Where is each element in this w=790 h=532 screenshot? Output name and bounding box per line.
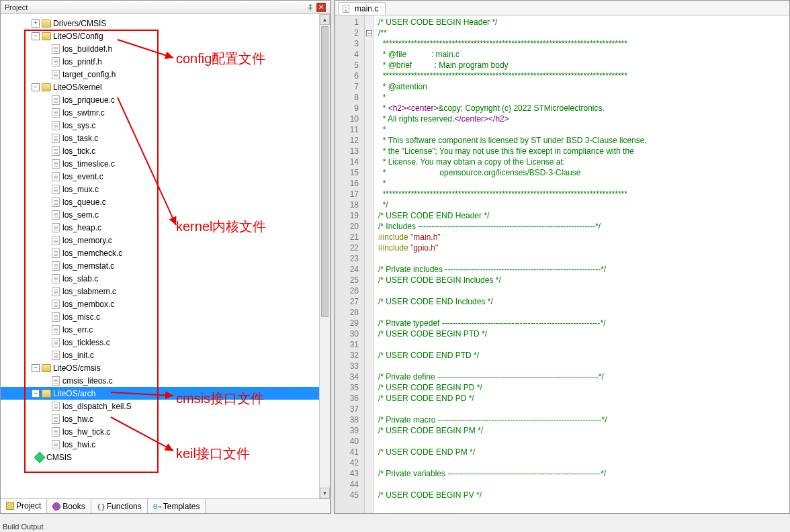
tab-functions[interactable]: {}Functions	[91, 499, 148, 513]
line-gutter: 12345 678910 1112131415 1617181920 21222…	[335, 15, 365, 513]
expand-icon[interactable]: +	[32, 19, 40, 28]
file-icon	[52, 414, 60, 424]
editor-tab-main[interactable]: main.c	[338, 2, 386, 15]
project-panel: Project ✕ +Drivers/CMSIS −LiteOS/Config …	[0, 0, 331, 514]
tab-templates[interactable]: 0→Templates	[148, 499, 206, 513]
tree-file[interactable]: los_heap.c	[1, 221, 330, 234]
tree-file[interactable]: los_timeslice.c	[1, 157, 330, 170]
books-icon	[52, 502, 60, 511]
file-icon	[52, 185, 60, 194]
tree-file[interactable]: los_hw_tick.c	[1, 425, 330, 438]
tree-file[interactable]: los_sys.c	[1, 119, 330, 132]
tree-file[interactable]: los_mux.c	[1, 183, 330, 195]
file-icon	[52, 402, 60, 411]
editor-panel: main.c 12345 678910 1112131415 161718192…	[335, 0, 790, 514]
file-icon	[52, 108, 60, 118]
file-icon	[52, 197, 60, 207]
file-icon	[52, 440, 60, 449]
tree-folder-liteos-kernel[interactable]: −LiteOS/kernel	[1, 81, 330, 93]
tree-file[interactable]: los_event.c	[1, 170, 330, 183]
panel-header: Project ✕	[1, 1, 330, 14]
tree-file[interactable]: los_tickless.c	[1, 336, 330, 349]
pin-icon[interactable]	[306, 3, 315, 12]
tree-file[interactable]: los_err.c	[1, 323, 330, 336]
tree-file[interactable]: los_dispatch_keil.S	[1, 400, 330, 412]
file-icon	[343, 5, 349, 13]
folder-icon	[42, 19, 51, 28]
tree-file[interactable]: los_printf.h	[1, 55, 330, 68]
file-icon	[52, 236, 60, 245]
tab-project[interactable]: Project	[1, 499, 47, 513]
file-icon	[52, 210, 60, 220]
file-icon	[52, 287, 60, 296]
code-editor[interactable]: 12345 678910 1112131415 1617181920 21222…	[335, 15, 789, 513]
tree-folder-liteos-config[interactable]: −LiteOS/Config	[1, 30, 330, 42]
folder-icon	[42, 83, 51, 91]
file-icon	[52, 70, 60, 79]
collapse-icon[interactable]: −	[32, 83, 40, 91]
tree-file[interactable]: los_sem.c	[1, 208, 330, 221]
tree-file[interactable]: los_queue.c	[1, 195, 330, 208]
scroll-down-icon[interactable]: ▼	[320, 488, 330, 498]
file-icon	[52, 427, 60, 437]
tree-file[interactable]: los_priqueue.c	[1, 93, 330, 106]
tree-file[interactable]: los_task.c	[1, 132, 330, 144]
tree-folder-cmsis[interactable]: CMSIS	[1, 451, 330, 463]
tree-file[interactable]: los_tick.c	[1, 144, 330, 157]
panel-bottom-tabs: Project Books {}Functions 0→Templates	[1, 498, 330, 513]
tree-file[interactable]: los_membox.c	[1, 298, 330, 310]
project-tree[interactable]: +Drivers/CMSIS −LiteOS/Config los_buildd…	[1, 14, 330, 498]
file-icon	[52, 172, 60, 181]
tree-folder-liteos-cmsis[interactable]: −LiteOS/cmsis	[1, 361, 330, 374]
file-icon	[52, 338, 60, 347]
collapse-icon[interactable]: −	[32, 32, 40, 40]
tree-file[interactable]: los_hw.c	[1, 412, 330, 425]
tree-scrollbar[interactable]: ▲ ▼	[319, 14, 330, 498]
file-icon	[52, 95, 60, 105]
project-icon	[6, 502, 14, 510]
tree-file[interactable]: los_memstat.c	[1, 259, 330, 272]
file-icon	[52, 376, 60, 386]
collapse-icon[interactable]: −	[32, 390, 40, 398]
functions-icon: {}	[97, 502, 105, 511]
tree-file[interactable]: los_swtmr.c	[1, 106, 330, 119]
tree-file[interactable]: los_misc.c	[1, 310, 330, 323]
tree-folder-drivers-cmsis[interactable]: +Drivers/CMSIS	[1, 17, 330, 30]
tree-file[interactable]: los_hwi.c	[1, 438, 330, 451]
file-icon	[52, 325, 60, 335]
tree-file[interactable]: target_config.h	[1, 68, 330, 81]
scroll-thumb[interactable]	[321, 26, 328, 317]
editor-tabs: main.c	[335, 1, 789, 15]
tree-file[interactable]: los_slab.c	[1, 272, 330, 285]
scroll-up-icon[interactable]: ▲	[320, 14, 330, 25]
tree-file[interactable]: los_slabmem.c	[1, 285, 330, 298]
folder-icon	[42, 32, 51, 40]
tab-books[interactable]: Books	[47, 499, 91, 513]
file-icon	[52, 300, 60, 309]
tree-file[interactable]: los_builddef.h	[1, 42, 330, 55]
close-icon[interactable]: ✕	[316, 3, 326, 12]
file-icon	[52, 57, 60, 66]
file-icon	[52, 351, 60, 360]
templates-icon: 0→	[153, 502, 161, 511]
folder-icon	[42, 390, 51, 398]
build-output-label: Build Output	[3, 523, 44, 531]
file-icon	[52, 134, 60, 143]
tree-file[interactable]: los_memory.c	[1, 234, 330, 247]
tree-file[interactable]: cmsis_liteos.c	[1, 374, 330, 387]
tree-file[interactable]: los_memcheck.c	[1, 247, 330, 259]
file-icon	[52, 44, 60, 54]
collapse-icon[interactable]: −	[32, 364, 40, 372]
file-icon	[52, 159, 60, 169]
file-icon	[52, 261, 60, 271]
tree-file[interactable]: los_init.c	[1, 349, 330, 361]
tree-folder-liteos-arch[interactable]: −LiteOS/arch	[1, 387, 330, 400]
diamond-icon	[34, 451, 46, 463]
file-icon	[52, 274, 60, 283]
code-content[interactable]: /* USER CODE BEGIN Header */ /** *******…	[374, 15, 789, 513]
file-icon	[52, 312, 60, 322]
file-icon	[52, 249, 60, 258]
folder-icon	[42, 364, 51, 372]
fold-column[interactable]: −	[365, 15, 374, 513]
panel-title: Project	[5, 3, 28, 11]
